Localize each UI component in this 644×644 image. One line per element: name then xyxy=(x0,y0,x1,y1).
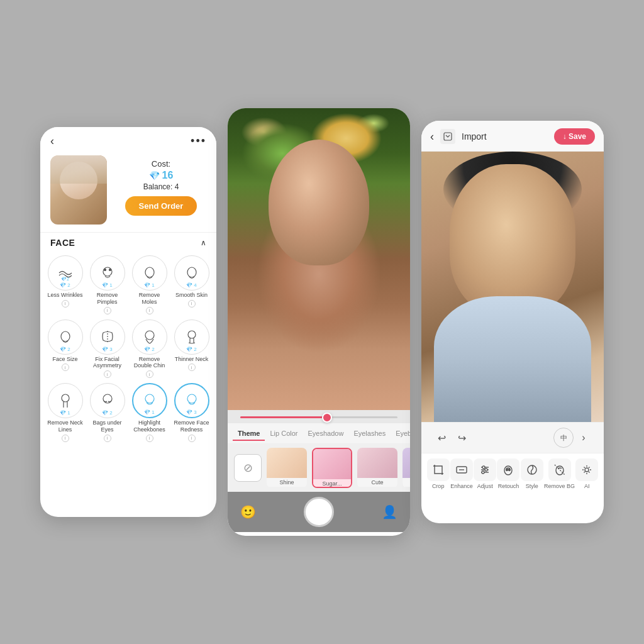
cost-label: Cost: xyxy=(152,159,170,169)
style-icon xyxy=(521,458,543,481)
face-item-remove-face-redness[interactable]: 💎3 Remove Face Redness i xyxy=(173,383,210,442)
tab-eyelashes[interactable]: Eyelashes xyxy=(348,427,391,441)
tool-style[interactable]: Style xyxy=(521,458,543,489)
face-label: Remove Neck Lines xyxy=(47,419,84,433)
makeup-thumb-cute[interactable]: Cute xyxy=(357,448,397,488)
face-circle-active: 💎1 xyxy=(132,383,167,418)
tab-eyebrow[interactable]: Eyebrow xyxy=(391,427,410,441)
thumb-label: Shadow xyxy=(402,478,410,487)
svg-point-3 xyxy=(109,269,111,271)
gem-count: 💎1 xyxy=(144,409,154,415)
info-dot[interactable]: i xyxy=(104,435,111,442)
tool-remove-bg[interactable]: Remove BG xyxy=(544,458,575,489)
tool-enhance[interactable]: Enhance xyxy=(450,458,473,489)
svg-point-2 xyxy=(104,269,106,271)
enhance-label: Enhance xyxy=(450,483,473,489)
slider-thumb[interactable] xyxy=(322,413,332,423)
redo-button[interactable]: ↪ xyxy=(452,428,472,448)
face-item-thinner-neck[interactable]: 💎2 Thinner Neck i xyxy=(173,319,210,379)
phone3-image xyxy=(421,152,604,422)
svg-point-25 xyxy=(509,469,511,471)
no-makeup-button[interactable]: ⊘ xyxy=(234,454,262,482)
svg-point-4 xyxy=(145,267,154,277)
info-dot[interactable]: i xyxy=(188,364,196,371)
adjust-icon xyxy=(474,458,496,481)
makeup-thumb-sugar[interactable]: Sugar... xyxy=(312,448,352,488)
face-item-fix-asymmetry[interactable]: 💎3 Fix Facial Asymmetry i xyxy=(89,319,126,379)
undo-button[interactable]: ↩ xyxy=(431,428,452,448)
thumb-img xyxy=(313,449,351,479)
face-item-remove-pimples[interactable]: 💎1 Remove Pimples i xyxy=(89,255,126,314)
phone2: Theme Lip Color Eyeshadow Eyelashes Eyeb… xyxy=(228,108,410,536)
thumb-label: Shine xyxy=(267,478,307,487)
slider-track[interactable] xyxy=(240,416,397,418)
info-dot[interactable]: i xyxy=(146,370,153,378)
info-dot[interactable]: i xyxy=(188,300,196,308)
portrait-image xyxy=(50,155,107,225)
face-item-remove-double-chin[interactable]: 💎2 Remove Double Chin i xyxy=(131,319,168,379)
svg-point-22 xyxy=(482,471,484,474)
gem-count: 💎2 xyxy=(60,282,70,288)
face-circle: 💎2 xyxy=(132,319,167,355)
menu-button[interactable]: ••• xyxy=(191,135,206,148)
info-dot[interactable]: i xyxy=(104,370,111,378)
crop-icon xyxy=(427,458,450,481)
send-order-button[interactable]: Send Order xyxy=(125,196,197,216)
tool-retouch[interactable]: Retouch xyxy=(497,458,519,489)
svg-point-28 xyxy=(585,468,589,472)
diamond-icon: 💎 xyxy=(149,170,160,180)
face-item-smooth-skin[interactable]: 💎4 Smooth Skin i xyxy=(173,255,210,314)
face-label: Thinner Neck xyxy=(175,356,209,363)
svg-point-13 xyxy=(187,394,196,403)
back-button[interactable]: ‹ xyxy=(50,135,54,148)
camera-button[interactable] xyxy=(304,497,334,527)
svg-point-24 xyxy=(506,469,508,471)
retouch-label: Retouch xyxy=(498,483,519,489)
makeup-thumb-shine[interactable]: Shine xyxy=(267,448,307,488)
chevron-up-icon[interactable]: ∧ xyxy=(201,238,206,247)
info-dot[interactable]: i xyxy=(146,307,153,314)
face-item-face-size[interactable]: 💎2 Face Size i xyxy=(47,319,84,379)
svg-point-9 xyxy=(188,331,196,338)
compare-button[interactable]: 中 xyxy=(553,428,574,448)
face-label: Less Wrinkles xyxy=(48,292,83,299)
tab-lip-color[interactable]: Lip Color xyxy=(265,427,303,441)
gem-count: 💎2 xyxy=(102,410,112,416)
makeup-thumb-shadow[interactable]: Shadow xyxy=(402,448,410,488)
info-dot[interactable]: i xyxy=(188,435,196,442)
face-circle: 💎2 💎2 xyxy=(48,255,83,291)
info-dot[interactable]: i xyxy=(104,307,111,314)
tool-adjust[interactable]: Adjust xyxy=(474,458,496,489)
gem-count: 💎2 xyxy=(60,347,70,352)
face-circle: 💎1 xyxy=(48,383,83,418)
svg-point-23 xyxy=(504,466,512,475)
cost-number: 16 xyxy=(162,170,174,181)
collapse-button[interactable]: › xyxy=(574,428,594,448)
tab-eyeshadow[interactable]: Eyeshadow xyxy=(303,427,349,441)
info-dot[interactable]: i xyxy=(62,300,69,308)
svg-point-11 xyxy=(103,394,112,403)
phone3-header: ‹ Import ↓ Save xyxy=(421,121,604,152)
tool-crop[interactable]: Crop xyxy=(427,458,450,489)
info-dot[interactable]: i xyxy=(146,435,153,442)
face-item-less-wrinkles[interactable]: 💎2 💎2 Less Wrinkles i xyxy=(47,255,84,314)
info-dot[interactable]: i xyxy=(62,364,69,371)
back-button[interactable]: ‹ xyxy=(430,130,434,143)
face-circle: 💎2 xyxy=(174,319,209,355)
gem-count: 💎3 xyxy=(186,409,196,415)
face-item-bags-under-eyes[interactable]: 💎2 Bags under Eyes i xyxy=(89,383,126,442)
tab-theme[interactable]: Theme xyxy=(233,427,265,441)
face-item-highlight-cheekbones[interactable]: 💎1 Highlight Cheekbones i xyxy=(131,383,168,442)
thumb-label: Sugar... xyxy=(313,479,351,488)
save-button[interactable]: ↓ Save xyxy=(554,128,595,145)
svg-rect-14 xyxy=(444,133,452,140)
emoji-icon[interactable]: 🙂 xyxy=(240,504,256,519)
remove-bg-label: Remove BG xyxy=(544,483,575,489)
share-icon[interactable]: 👤 xyxy=(382,504,397,519)
face-item-remove-moles[interactable]: 💎1 Remove Moles i xyxy=(131,255,168,314)
face-item-remove-neck-lines[interactable]: 💎1 Remove Neck Lines i xyxy=(47,383,84,442)
info-dot[interactable]: i xyxy=(62,435,69,442)
face-label: Remove Pimples xyxy=(89,292,126,306)
tool-ai[interactable]: AI xyxy=(575,458,598,489)
phone3-toolbar: Crop Enhance Adjust xyxy=(421,453,604,496)
